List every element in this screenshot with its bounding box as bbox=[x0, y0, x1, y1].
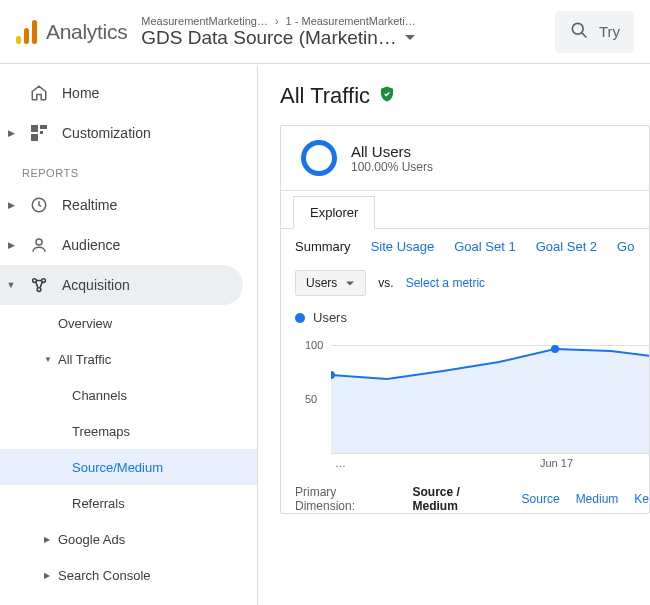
tab-explorer[interactable]: Explorer bbox=[293, 196, 375, 229]
svg-rect-1 bbox=[24, 28, 29, 44]
svg-point-13 bbox=[37, 288, 41, 292]
segment-all-users[interactable]: All Users 100.00% Users bbox=[281, 126, 649, 191]
search-input[interactable]: Try bbox=[555, 11, 634, 53]
dim-source[interactable]: Source bbox=[522, 492, 560, 506]
svg-rect-6 bbox=[40, 125, 47, 129]
subtab-more[interactable]: Go bbox=[617, 239, 634, 254]
expand-icon: ▶ bbox=[44, 535, 50, 544]
svg-point-16 bbox=[551, 345, 559, 353]
legend-label: Users bbox=[313, 310, 347, 325]
view-selector[interactable]: GDS Data Source (Marketin… bbox=[141, 27, 541, 49]
expand-icon: ▶ bbox=[6, 200, 16, 210]
users-chart: 100 50 … Jun 17 bbox=[295, 333, 649, 473]
dim-medium[interactable]: Medium bbox=[576, 492, 619, 506]
sidebar-subitem-treemaps[interactable]: Treemaps bbox=[0, 413, 257, 449]
sidebar: Home ▶ Customization REPORTS ▶ Realtime … bbox=[0, 65, 258, 605]
svg-rect-5 bbox=[31, 125, 38, 132]
collapse-icon: ▼ bbox=[6, 280, 16, 290]
svg-point-3 bbox=[572, 23, 583, 34]
breadcrumb[interactable]: MeasurementMarketing… › 1 - MeasurementM… bbox=[141, 15, 541, 27]
search-icon bbox=[569, 20, 589, 43]
sidebar-item-customization[interactable]: ▶ Customization bbox=[0, 113, 257, 153]
sidebar-label: Acquisition bbox=[62, 277, 130, 293]
expand-icon: ▶ bbox=[6, 240, 16, 250]
customization-icon bbox=[28, 125, 50, 141]
x-tick: Jun 17 bbox=[540, 457, 573, 469]
annotation-arrow-icon bbox=[258, 439, 262, 479]
view-title: GDS Data Source (Marketin… bbox=[141, 27, 397, 49]
segment-circle-icon bbox=[301, 140, 337, 176]
sidebar-label: Realtime bbox=[62, 197, 117, 213]
home-icon bbox=[28, 84, 50, 102]
sidebar-section-reports: REPORTS bbox=[0, 153, 257, 185]
sidebar-item-audience[interactable]: ▶ Audience bbox=[0, 225, 257, 265]
page-title: All Traffic bbox=[280, 83, 370, 109]
sidebar-subitem-source-medium[interactable]: Source/Medium bbox=[0, 449, 257, 485]
expand-icon: ▶ bbox=[44, 571, 50, 580]
vs-label: vs. bbox=[378, 276, 393, 290]
svg-rect-7 bbox=[40, 131, 43, 134]
app-name: Analytics bbox=[46, 20, 127, 44]
svg-point-10 bbox=[36, 239, 42, 245]
verified-shield-icon bbox=[378, 85, 396, 107]
subtab-summary[interactable]: Summary bbox=[295, 239, 351, 254]
subtab-goal2[interactable]: Goal Set 2 bbox=[536, 239, 597, 254]
search-placeholder: Try bbox=[599, 23, 620, 40]
acquisition-icon bbox=[28, 276, 50, 294]
sidebar-subitem-all-traffic[interactable]: ▼All Traffic bbox=[0, 341, 257, 377]
svg-rect-2 bbox=[32, 20, 37, 44]
sidebar-subitem-referrals[interactable]: Referrals bbox=[0, 485, 257, 521]
subtab-site-usage[interactable]: Site Usage bbox=[371, 239, 435, 254]
subtab-goal1[interactable]: Goal Set 1 bbox=[454, 239, 515, 254]
segment-subtitle: 100.00% Users bbox=[351, 160, 433, 174]
person-icon bbox=[28, 236, 50, 254]
svg-rect-0 bbox=[16, 36, 21, 44]
legend-dot-icon bbox=[295, 313, 305, 323]
svg-marker-14 bbox=[331, 349, 650, 453]
chevron-right-icon: › bbox=[275, 15, 279, 27]
dim-source-medium[interactable]: Source / Medium bbox=[413, 485, 506, 513]
breadcrumb-property: 1 - MeasurementMarketi… bbox=[286, 15, 416, 27]
sidebar-label: Customization bbox=[62, 125, 151, 141]
svg-rect-8 bbox=[31, 134, 38, 141]
clock-icon bbox=[28, 196, 50, 214]
y-tick: 100 bbox=[305, 339, 323, 351]
dim-keyword[interactable]: Ke bbox=[634, 492, 649, 506]
sidebar-item-home[interactable]: Home bbox=[0, 73, 257, 113]
collapse-icon: ▼ bbox=[44, 355, 52, 364]
chevron-down-icon bbox=[405, 35, 415, 40]
chevron-down-icon bbox=[346, 281, 354, 285]
sidebar-subitem-overview[interactable]: Overview bbox=[0, 305, 257, 341]
select-metric-link[interactable]: Select a metric bbox=[406, 276, 485, 290]
expand-icon: ▶ bbox=[6, 128, 16, 138]
sidebar-label: Audience bbox=[62, 237, 120, 253]
sidebar-subitem-search-console[interactable]: ▶Search Console bbox=[0, 557, 257, 593]
metric-dropdown[interactable]: Users bbox=[295, 270, 366, 296]
sidebar-item-realtime[interactable]: ▶ Realtime bbox=[0, 185, 257, 225]
sidebar-subitem-google-ads[interactable]: ▶Google Ads bbox=[0, 521, 257, 557]
analytics-icon bbox=[16, 20, 38, 44]
breadcrumb-account: MeasurementMarketing… bbox=[141, 15, 268, 27]
svg-line-4 bbox=[582, 33, 587, 38]
primary-dimension-label: Primary Dimension: bbox=[295, 485, 397, 513]
y-tick: 50 bbox=[305, 393, 317, 405]
segment-title: All Users bbox=[351, 143, 433, 160]
sidebar-subitem-channels[interactable]: Channels bbox=[0, 377, 257, 413]
sidebar-item-acquisition[interactable]: ▼ Acquisition bbox=[0, 265, 243, 305]
x-tick: … bbox=[335, 457, 346, 469]
app-logo[interactable]: Analytics bbox=[16, 20, 127, 44]
sidebar-label: Home bbox=[62, 85, 99, 101]
